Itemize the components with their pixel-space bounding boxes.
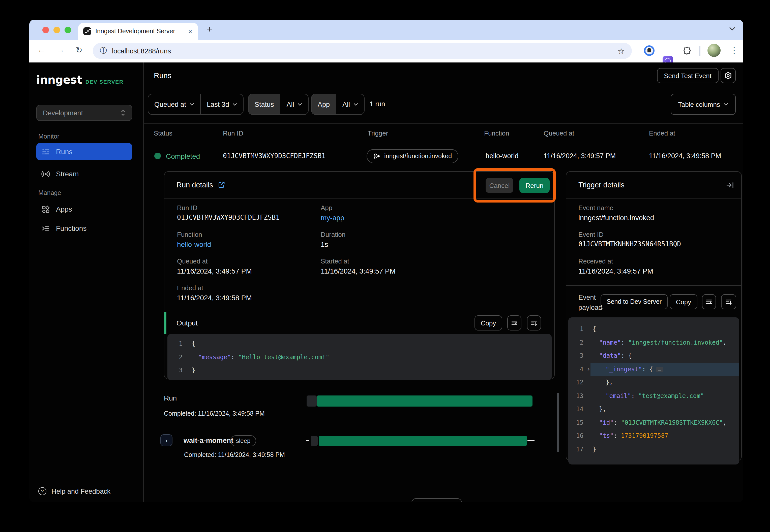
password-extension-icon[interactable] [644,45,655,56]
function-cell: hello-world [486,143,519,169]
line-number: 14 [572,406,584,413]
queued-at-label: Queued at [177,257,208,265]
browser-menu-icon[interactable]: ⋮ [730,45,738,55]
new-tab-button[interactable]: + [207,24,212,35]
app-filter-select[interactable]: All [336,94,364,114]
code-line: 1{ [568,322,739,336]
sidebar-item-label: Apps [56,205,72,213]
external-link-icon[interactable] [218,181,225,188]
app-link[interactable]: my-app [321,214,344,222]
wrap-lines-icon [511,319,518,326]
line-number: 12 [572,379,584,386]
output-expand-button[interactable] [527,315,541,330]
chevron-down-icon [298,103,302,106]
trigger-pill[interactable]: inngest/function.invoked [367,149,458,163]
run-completed-text: Completed: 11/16/2024, 3:49:58 PM [164,410,265,417]
app-filter[interactable]: App All [311,94,365,115]
status-dot [154,153,161,159]
profile-avatar[interactable] [708,44,721,57]
cutoff-button[interactable] [411,498,462,502]
table-columns-button[interactable]: Table columns [671,94,736,115]
sidebar-item-label: Functions [56,224,86,232]
environment-select-value: Development [43,109,83,117]
rerun-button[interactable]: Rerun [519,178,549,193]
settings-gear-button[interactable] [721,68,736,83]
gear-icon [724,72,732,80]
status-filter[interactable]: Status All [248,94,309,115]
code-line: 4›"_inngest": {… [568,362,739,376]
reload-icon[interactable]: ↻ [76,45,82,55]
status-filter-value: All [287,101,294,108]
scrollbar-thumb[interactable] [557,393,559,452]
step-expand-button[interactable]: › [160,434,172,446]
send-test-event-button[interactable]: Send Test Event [657,68,719,83]
output-copy-button[interactable]: Copy [474,315,502,330]
payload-copy-button[interactable]: Copy [670,294,697,309]
code-text: { [191,340,552,347]
environment-select[interactable]: Development [36,105,132,121]
cancel-button[interactable]: Cancel [486,178,513,193]
minimize-window-button[interactable] [53,27,60,33]
time-range-select[interactable]: Last 3d [200,94,243,114]
code-line: 2"name": "inngest/function.invoked", [568,336,739,349]
app-filter-label: App [312,94,336,114]
browser-window: Inngest Development Server × + ← → ↻ ⓘ l… [29,20,743,502]
payload-wrap-lines-button[interactable] [702,294,716,309]
bookmark-star-icon[interactable]: ☆ [618,46,625,56]
sidebar-item-functions[interactable]: Functions [36,220,132,237]
inngest-favicon-icon [83,27,91,35]
sidebar-item-apps[interactable]: Apps [36,201,132,218]
trigger-details-title: Trigger details [579,172,625,198]
chevron-down-icon [354,103,358,106]
extensions-puzzle-icon[interactable] [682,46,691,55]
event-name-label: Event name [579,204,614,212]
help-and-feedback[interactable]: ? Help and Feedback [38,487,110,495]
stream-icon [41,170,50,178]
toolbar-divider [699,46,700,56]
step-duration-bar[interactable] [319,436,527,446]
code-text: }, [593,406,739,413]
app-filter-value: All [342,101,350,108]
sidebar-item-stream[interactable]: Stream [36,165,132,182]
table-columns-label: Table columns [678,101,720,108]
event-id-value: 01JCVBTMTKNHNHZ3SN64R51BQD [579,240,681,248]
function-link[interactable]: hello-world [177,240,211,248]
run-duration-bar[interactable] [317,395,532,407]
step-name: wait-a-moment [183,436,234,444]
inngest-logo: inngest [36,74,82,86]
site-info-icon[interactable]: ⓘ [100,46,107,55]
time-field-select[interactable]: Queued at [148,94,200,114]
time-filter[interactable]: Queued at Last 3d [148,94,244,115]
forward-icon[interactable]: → [56,45,64,54]
help-icon: ? [38,487,46,495]
sidebar-item-runs[interactable]: Runs [36,143,132,160]
maximize-window-button[interactable] [64,27,71,33]
collapse-panel-icon[interactable] [726,181,734,189]
event-id-label: Event ID [579,231,604,238]
time-field-value: Queued at [154,101,186,108]
wrap-lines-icon [706,298,713,305]
line-number: 4 [572,366,584,373]
code-line: 14}, [568,403,739,416]
browser-toolbar: ← → ↻ ⓘ localhost:8288/runs ☆ ⋮ [29,40,743,63]
browser-tab[interactable]: Inngest Development Server × [78,23,198,40]
received-at-value: 11/16/2024, 3:49:57 PM [579,267,653,275]
app-content: inngest DEV SERVER Development Monitor [29,62,743,502]
url-text[interactable]: localhost:8288/runs [112,47,613,55]
tab-search-icon[interactable] [729,27,735,31]
payload-expand-button[interactable] [721,294,736,309]
event-name-value: inngest/function.invoked [579,214,654,222]
fold-chevron-icon[interactable]: › [587,365,593,373]
output-code: 1{2"message": "Hello test@example.com!"3… [167,334,552,380]
app-label: App [321,204,332,212]
status-filter-select[interactable]: All [280,94,308,114]
table-row[interactable]: Completed 01JCVBTMV3WXY9D3CFDEJFZSB1 inn… [144,143,743,169]
code-line: 3} [167,364,552,377]
line-number: 1 [572,326,584,333]
address-bar[interactable]: ⓘ localhost:8288/runs ☆ [93,43,632,59]
back-icon[interactable]: ← [37,45,45,54]
tab-close-icon[interactable]: × [187,27,193,35]
close-window-button[interactable] [42,27,49,33]
output-wrap-lines-button[interactable] [507,315,521,330]
send-to-dev-server-button[interactable]: Send to Dev Server [601,294,668,309]
